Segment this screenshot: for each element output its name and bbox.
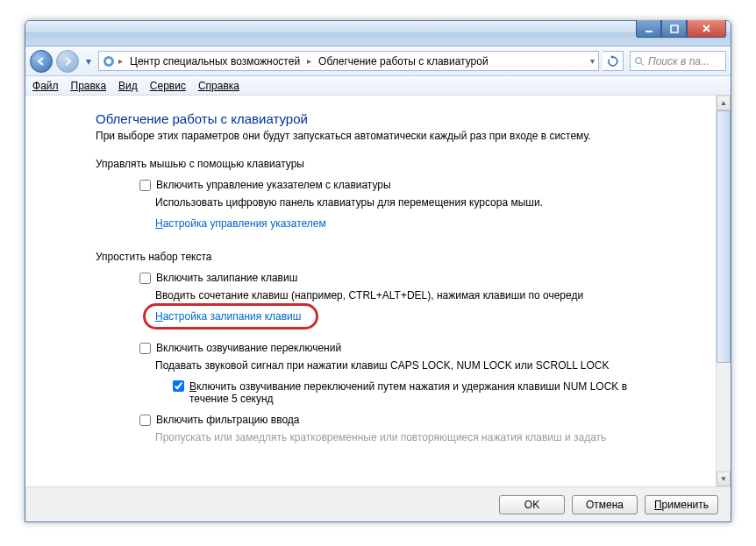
checkbox-toggle-keys-shortcut[interactable] [173,380,184,392]
option-mouse-keys: Включить управление указателем с клавиат… [139,179,707,191]
search-input[interactable]: Поиск в па... [630,51,726,71]
svg-line-5 [641,63,644,66]
checkbox-sticky-keys[interactable] [139,273,151,284]
menu-tools[interactable]: Сервис [150,80,186,92]
window-frame: ▾ ▸ Центр специальных возможностей ▸ Обл… [25,20,731,522]
crumb-separator[interactable]: ▸ [305,56,313,66]
checkbox-toggle-keys-label[interactable]: Включить озвучивание переключений [156,342,341,354]
window-controls [636,20,726,38]
titlebar[interactable] [25,21,731,46]
svg-point-3 [106,59,111,64]
location-icon [101,53,117,69]
option-toggle-keys: Включить озвучивание переключений [139,342,707,354]
refresh-button[interactable] [603,51,624,71]
breadcrumb-parent[interactable]: Центр специальных возможностей [125,55,305,67]
menu-file[interactable]: Файл [32,80,59,92]
nav-toolbar: ▾ ▸ Центр специальных возможностей ▸ Обл… [25,46,731,76]
address-dropdown[interactable]: ▾ [588,56,596,66]
svg-rect-1 [671,25,678,32]
menu-help[interactable]: Справка [198,80,239,92]
option-toggle-keys-shortcut: Включить озвучивание переключений путем … [173,380,646,405]
desc-sticky-keys: Вводить сочетание клавиш (например, CTRL… [155,289,707,301]
scroll-thumb[interactable] [717,110,731,363]
ok-button[interactable]: OK [499,495,565,514]
checkbox-mouse-keys[interactable] [139,180,151,191]
group-mouse-keys-label: Управлять мышью с помощью клавиатуры [96,158,707,170]
vertical-scrollbar[interactable]: ▲ ▼ [716,96,731,486]
cancel-button[interactable]: Отмена [572,495,638,514]
menu-view[interactable]: Вид [118,80,138,92]
nav-history-dropdown[interactable]: ▾ [82,53,95,70]
link-mouse-keys-settings[interactable]: Настройка управления указателем [155,217,326,230]
scroll-down-button[interactable]: ▼ [717,472,731,486]
minimize-button[interactable] [636,20,661,38]
checkbox-filter-keys[interactable] [139,415,151,426]
search-placeholder: Поиск в па... [648,55,710,67]
search-icon [634,56,645,67]
link-sticky-keys-settings[interactable]: Настройка залипания клавиш [155,310,301,323]
close-button[interactable] [687,20,726,38]
menu-bar: Файл Правка Вид Сервис Справка [25,76,731,96]
checkbox-sticky-keys-label[interactable]: Включить залипание клавиш [156,272,297,284]
svg-rect-0 [645,31,653,32]
checkbox-toggle-keys[interactable] [139,343,151,354]
forward-button[interactable] [56,50,79,73]
group-typing-label: Упростить набор текста [96,251,707,263]
desc-filter-keys-partial: Пропускать или замедлять кратковременные… [155,431,707,443]
breadcrumb-current[interactable]: Облегчение работы с клавиатурой [313,55,494,67]
option-sticky-keys: Включить залипание клавиш [139,272,707,284]
back-button[interactable] [30,50,53,73]
crumb-separator[interactable]: ▸ [117,56,125,66]
desc-toggle-keys: Подавать звуковой сигнал при нажатии кла… [155,359,707,372]
desc-mouse-keys: Использовать цифровую панель клавиатуры … [155,196,707,209]
address-bar[interactable]: ▸ Центр специальных возможностей ▸ Облег… [98,51,599,71]
checkbox-mouse-keys-label[interactable]: Включить управление указателем с клавиат… [156,179,391,191]
menu-edit[interactable]: Правка [71,80,107,92]
page-description: При выборе этих параметров они будут зап… [96,130,707,142]
apply-button[interactable]: Применить [645,495,718,514]
checkbox-toggle-keys-shortcut-label[interactable]: Включить озвучивание переключений путем … [189,380,646,405]
page-content: Облегчение работы с клавиатурой При выбо… [25,96,716,486]
content-area: Облегчение работы с клавиатурой При выбо… [25,96,731,486]
checkbox-filter-keys-label[interactable]: Включить фильтрацию ввода [156,414,300,426]
button-bar: OK Отмена Применить [25,486,731,521]
page-title: Облегчение работы с клавиатурой [96,111,707,126]
svg-point-4 [636,57,642,63]
option-filter-keys: Включить фильтрацию ввода [139,414,707,426]
maximize-button[interactable] [661,20,687,38]
scroll-up-button[interactable]: ▲ [717,96,731,110]
scroll-track[interactable] [717,110,731,472]
